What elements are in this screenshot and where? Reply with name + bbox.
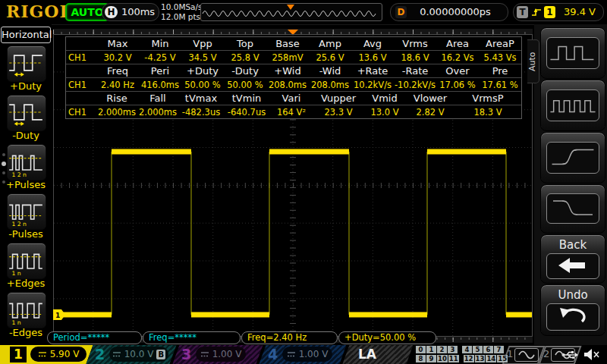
measurement-value-cell: 416.0ms bbox=[139, 80, 181, 90]
measure-slot-freq-ch2[interactable]: Freq=***** bbox=[143, 331, 241, 344]
ch2-number[interactable]: 2 bbox=[95, 346, 105, 362]
digital-channel-badge: 2 bbox=[437, 346, 447, 353]
measure-slot-period[interactable]: Period=***** bbox=[47, 331, 142, 344]
menu-item-minus-duty[interactable] bbox=[7, 95, 46, 131]
menu-page-dot bbox=[2, 180, 5, 184]
measurement-value-cell: 25.8 V bbox=[224, 52, 266, 63]
measure-slot-freq-ch1[interactable]: Freq=2.40 Hz bbox=[241, 331, 338, 344]
measurement-header-cell: Peri bbox=[139, 65, 181, 77]
measurement-table: MaxMinVppTopBaseAmpAvgVrmsAreaAreaP CH13… bbox=[65, 36, 522, 119]
back-label: Back bbox=[541, 238, 605, 252]
digital-channel-badge: 7 bbox=[494, 346, 504, 353]
menu-item-plus-edges[interactable]: 1 n bbox=[7, 243, 46, 279]
measurement-value-cell: 258mV bbox=[266, 52, 309, 63]
horizontal-timebase-box[interactable]: H 100ms bbox=[102, 3, 159, 21]
measurement-header-cell: Fall bbox=[137, 93, 178, 104]
ch2-coupling-dc-icon bbox=[112, 351, 121, 358]
svg-text:1: 1 bbox=[55, 312, 60, 319]
measurement-header-cell: Vmid bbox=[363, 93, 406, 104]
la-block[interactable] bbox=[342, 345, 413, 364]
measurement-header-cell: Freq bbox=[96, 65, 139, 77]
timebase-value: 100ms bbox=[121, 6, 156, 17]
trigger-level-value: 39.4 V bbox=[559, 6, 600, 17]
digital-channel-badge: 4 bbox=[462, 346, 472, 353]
measurement-value-cell: 13.6 V bbox=[351, 52, 394, 63]
ch3-number[interactable]: 3 bbox=[181, 346, 191, 362]
top-status-bar: RIGOL AUTO H 100ms 10.0MSa/s 12.0M pts D… bbox=[0, 0, 607, 25]
measurement-header-cell: Vpp bbox=[181, 38, 224, 49]
undo-arrow-icon bbox=[547, 304, 599, 328]
waveform-overview-thumbnail[interactable] bbox=[200, 3, 382, 21]
measurement-header-cell: tVmin bbox=[224, 93, 269, 104]
menu-item-minus-edges[interactable]: 1 n bbox=[7, 292, 46, 328]
measurement-header-cell: Min bbox=[139, 38, 181, 49]
digital-channel-badge: 10 bbox=[437, 355, 448, 362]
minus-edges-icon: 1 n bbox=[8, 293, 44, 326]
memory-depth: 12.0M pts bbox=[161, 12, 203, 22]
square-wave-4pulse-icon bbox=[547, 90, 599, 119]
measurement-value-cell: 10.2kV/s bbox=[351, 80, 394, 90]
measurement-value-cell: 16.2 Vs bbox=[436, 52, 479, 63]
digital-row-0-7: 01234567 bbox=[416, 346, 508, 354]
measurement-value-cell: 50.00 % bbox=[224, 80, 266, 90]
measurement-header-cell: +Rate bbox=[351, 65, 394, 77]
measurement-header-cell: +Wid bbox=[266, 65, 309, 77]
la-label[interactable]: LA bbox=[358, 347, 376, 362]
undo-label: Undo bbox=[541, 288, 605, 302]
menu-item-plus-pulses[interactable]: 1 2 n bbox=[7, 144, 46, 180]
measurement-value-cell: 208.0ms bbox=[309, 80, 351, 90]
measurement-value-cell: 5.43 Vs bbox=[479, 52, 521, 63]
sample-rate: 10.0MSa/s bbox=[161, 2, 203, 12]
measurement-value-cell: CH1 bbox=[66, 107, 96, 118]
measurement-header-cell: tVmax bbox=[178, 93, 224, 104]
measurement-value-cell: 164 V² bbox=[269, 107, 313, 118]
ch1-number[interactable]: 1 bbox=[10, 347, 27, 362]
source1-number: 1 bbox=[507, 348, 513, 359]
delay-label: D bbox=[395, 6, 407, 18]
measurement-header-cell: Amp bbox=[309, 38, 351, 49]
measure-slot-duty[interactable]: +Duty=50.00 % bbox=[338, 331, 436, 344]
measurement-value-cell: 17.06 % bbox=[436, 80, 479, 90]
measurement-header-cell: Top bbox=[224, 38, 266, 49]
menu-tab-auto[interactable]: Auto bbox=[527, 39, 539, 83]
measurement-value-cell: CH1 bbox=[66, 52, 96, 63]
ch1-scale[interactable]: 5.90 V bbox=[30, 347, 86, 362]
ch4-scale[interactable]: 1.00 V bbox=[282, 347, 332, 362]
measurement-value-cell: -10.2kV/s bbox=[394, 80, 436, 90]
thumbnail-trigger-marker[interactable] bbox=[287, 5, 294, 10]
measure-value-row-1: CH130.2 V-4.25 V34.5 V25.8 V258mV25.6 V1… bbox=[66, 51, 521, 64]
softkey-undo[interactable]: Undo bbox=[540, 284, 605, 336]
softkey-back[interactable]: Back bbox=[540, 234, 605, 284]
trigger-source-badge: 1 bbox=[544, 6, 555, 18]
softkey-square-4pulse[interactable] bbox=[540, 80, 605, 131]
menu-item-plus-duty[interactable] bbox=[7, 46, 46, 82]
measurement-value-cell: CH1 bbox=[66, 80, 96, 90]
ch2-scale[interactable]: 10.0 V B bbox=[109, 347, 168, 362]
menu-item-minus-pulses[interactable]: 1 2 n bbox=[7, 193, 46, 230]
measurement-header-cell: Area bbox=[436, 38, 479, 49]
digital-channel-badge: 11 bbox=[448, 355, 459, 362]
softkey-square-2pulse[interactable] bbox=[540, 27, 605, 79]
measurement-value-cell: 2.000ms bbox=[96, 107, 137, 118]
rigol-logo: RIGOL bbox=[6, 2, 72, 21]
measurement-header-cell: VrmsP bbox=[454, 93, 521, 104]
ch3-scale[interactable]: 1.00 V bbox=[196, 347, 246, 362]
speaker-muted-icon[interactable] bbox=[583, 348, 601, 361]
trigger-label: T bbox=[517, 6, 528, 18]
measurement-header-cell: Max bbox=[96, 38, 139, 49]
softkey-rising-ramp[interactable] bbox=[540, 132, 605, 184]
back-arrow-icon bbox=[547, 254, 599, 277]
measurement-header-cell: -Wid bbox=[309, 65, 351, 77]
menu-page-dot bbox=[2, 171, 5, 174]
horizontal-measure-menu: Horizontal +Duty -Duty 1 2 n bbox=[0, 24, 52, 345]
trigger-box[interactable]: T 1 39.4 V bbox=[513, 3, 604, 21]
measurement-value-cell: -482.3us bbox=[178, 107, 224, 118]
softkey-falling-ramp[interactable] bbox=[540, 184, 605, 234]
digital-channel-indicators[interactable]: 01234567 89101112131415 bbox=[416, 346, 508, 364]
source2-sine-icon bbox=[551, 348, 575, 362]
menu-page-dot-active bbox=[2, 162, 6, 166]
measure-value-row-2: CH12.40 Hz416.0ms50.00 %50.00 %208.0ms20… bbox=[66, 78, 521, 92]
measurement-value-cell: 18.3 V bbox=[454, 107, 521, 118]
ch4-number[interactable]: 4 bbox=[268, 346, 278, 362]
delay-box[interactable]: D 0.00000000ps bbox=[390, 3, 508, 21]
